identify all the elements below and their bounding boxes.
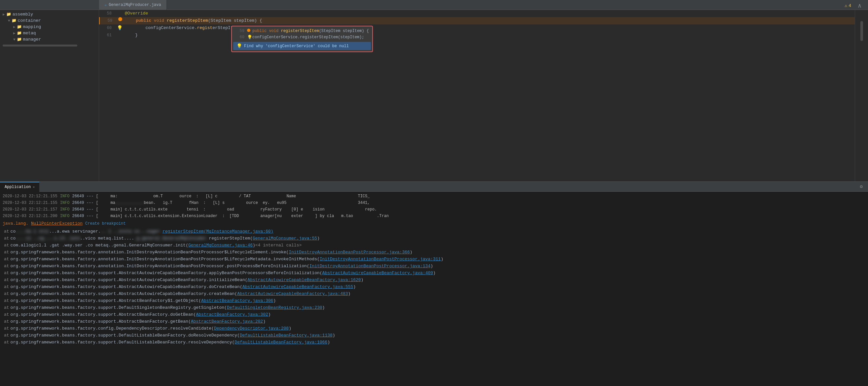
exception-type: java.lang. bbox=[3, 220, 28, 227]
line-gutter-59 bbox=[116, 17, 124, 21]
folder-icon: 📁 bbox=[17, 25, 22, 29]
stack-trace-line-10: at org.springframework.beans.factory.sup… bbox=[3, 290, 865, 297]
stack-class-14: org.springframework.beans.factory.suppor… bbox=[10, 318, 191, 325]
stack-trace-line-7: at org.springframework.beans.factory.sup… bbox=[3, 270, 865, 277]
at-prefix: at bbox=[4, 311, 9, 318]
tree-item-mapping[interactable]: ▶ 📁 mapping bbox=[0, 24, 99, 30]
expand-arrow-icon: ▼ bbox=[8, 19, 10, 23]
editor-tab[interactable]: ☕ GeneralMqProducer.java bbox=[99, 0, 167, 10]
stack-link-2[interactable]: GeneralMqConsumer.java:55 bbox=[253, 235, 317, 242]
editor-scrollbar-thumb[interactable] bbox=[860, 21, 863, 41]
at-prefix: at bbox=[4, 283, 9, 290]
stack-link-12[interactable]: DefaultSingletonBeanRegistry.java:230 bbox=[227, 304, 322, 311]
log-content-3: main] c.t.t.c.utils.exte tensi : oad ryF… bbox=[101, 206, 377, 213]
stack-class-blurred: co....ba l stic...a.ewa servi nager... l… bbox=[10, 228, 162, 235]
stack-trace-line-5: at org.springframework.beans.factory.ann… bbox=[3, 256, 865, 262]
at-prefix: at bbox=[4, 249, 9, 256]
at-prefix: at bbox=[4, 332, 9, 339]
stack-trace-line-4: at org.springframework.beans.factory.ann… bbox=[3, 249, 865, 256]
expand-arrow-icon: ▶ bbox=[13, 31, 16, 35]
tree-label: assembly bbox=[12, 12, 33, 17]
exception-class-name: NullPointerException bbox=[31, 220, 83, 227]
stack-trace-line-17: at org.springframework.beans.factory.sup… bbox=[3, 339, 865, 346]
log-level-3: INFO bbox=[60, 206, 70, 213]
at-prefix: at bbox=[4, 235, 9, 242]
stack-link-8[interactable]: AbstractAutowireCapableBeanFactory.java:… bbox=[247, 277, 361, 283]
stack-link-11[interactable]: AbstractBeanFactory.java:306 bbox=[201, 297, 273, 304]
console-tab-application[interactable]: Application ✕ bbox=[0, 182, 39, 192]
code-line-58: 58 @Override bbox=[99, 10, 855, 17]
stack-class-3: com.al logi cl .l .gat .way.ser .co meta… bbox=[10, 242, 188, 249]
log-pid-3: 26649 --- [ bbox=[72, 206, 98, 213]
line-gutter-60: 💡 bbox=[116, 25, 124, 32]
stack-class-5: org.springframework.beans.factory.annota… bbox=[10, 256, 320, 262]
stack-link-13[interactable]: AbstractBeanFactory.java:302 bbox=[196, 311, 268, 318]
tree-item-manager[interactable]: ▼ 📁 manager bbox=[0, 36, 99, 42]
stack-link-4[interactable]: InitDestroyAnnotationBeanPostProcessor.j… bbox=[289, 249, 410, 256]
at-prefix: at bbox=[4, 304, 9, 311]
console-tab-bar: Application ✕ ⚙ bbox=[0, 182, 868, 192]
at-prefix: at bbox=[4, 339, 9, 346]
at-prefix: at bbox=[4, 262, 9, 270]
null-check-tooltip: 59 public void registerStepItem(StepItem… bbox=[231, 26, 373, 52]
tree-item-assembly[interactable]: ▶ 📁 assembly bbox=[0, 11, 99, 17]
stack-trace-line-8: at org.springframework.beans.factory.sup… bbox=[3, 277, 865, 283]
close-tab-icon[interactable]: ✕ bbox=[33, 185, 35, 189]
log-line-4: 2020-12-03 22:12:21.200 INFO 26649 --- [… bbox=[3, 213, 865, 219]
stack-trace-line-2: at co....il ..og....s.l3..late..vico met… bbox=[3, 235, 865, 242]
code-editor[interactable]: 58 @Override 59 public void registerStep… bbox=[99, 10, 855, 181]
stack-class-13: org.springframework.beans.factory.suppor… bbox=[10, 311, 196, 318]
exception-header: java.lang.NullPointerException Create br… bbox=[3, 219, 865, 228]
stack-link-6[interactable]: InitDestroyAnnotationBeanPostProcessor.j… bbox=[309, 262, 431, 270]
log-pid-2: 26649 --- [ bbox=[72, 200, 98, 206]
log-line-2: 2020-12-03 22:12:21.155 INFO 26649 --- [… bbox=[3, 200, 865, 206]
suggestion-text: Find why 'configCenterService' could be … bbox=[244, 44, 349, 48]
stack-link-7[interactable]: AbstractAutowireCapableBeanFactory.java:… bbox=[322, 270, 433, 277]
tree-item-container[interactable]: ▼ 📁 container bbox=[0, 17, 99, 24]
stack-trace-line-12: at org.springframework.beans.factory.sup… bbox=[3, 304, 865, 311]
expand-arrow-icon: ▶ bbox=[3, 12, 5, 16]
null-suggestion-bar[interactable]: 💡 Find why 'configCenterService' could b… bbox=[233, 42, 371, 50]
gear-icon[interactable]: ⚙ bbox=[860, 184, 863, 189]
folder-icon: 📁 bbox=[17, 31, 22, 36]
stack-class-10: org.springframework.beans.factory.suppor… bbox=[10, 290, 238, 297]
code-line-61: 61 } bbox=[99, 32, 855, 39]
log-line-1: 2020-12-03 22:12:21.155 INFO 26649 --- [… bbox=[3, 193, 865, 200]
stack-class-9: org.springframework.beans.factory.suppor… bbox=[10, 283, 242, 290]
at-prefix: at bbox=[4, 256, 9, 262]
stack-link-16[interactable]: DefaultListableBeanFactory.java:1138 bbox=[240, 332, 333, 339]
stack-class-16: org.springframework.beans.factory.suppor… bbox=[10, 332, 240, 339]
stack-method-2: registerStepItem bbox=[209, 235, 250, 242]
at-prefix: at bbox=[4, 297, 9, 304]
create-breakpoint-link[interactable]: Create breakpoint bbox=[85, 220, 125, 227]
tree-item-metaq[interactable]: ▶ 📁 metaq bbox=[0, 30, 99, 36]
stack-trace-line-14: at org.springframework.beans.factory.sup… bbox=[3, 318, 865, 325]
settings-icon[interactable]: ∧ bbox=[858, 2, 861, 9]
stack-trace-line-13: at org.springframework.beans.factory.sup… bbox=[3, 311, 865, 318]
editor-scrollbar-panel bbox=[855, 10, 868, 181]
stack-link-9[interactable]: AbstractAutowireCapableBeanFactory.java:… bbox=[242, 283, 353, 290]
stack-class-17: org.springframework.beans.factory.suppor… bbox=[10, 339, 235, 346]
tree-label: manager bbox=[23, 37, 41, 42]
stack-link-5[interactable]: InitDestroyAnnotationBeanPostProcessor.j… bbox=[320, 256, 441, 262]
console-content: 2020-12-03 22:12:21.155 INFO 26649 --- [… bbox=[0, 192, 868, 386]
log-timestamp-1: 2020-12-03 22:12:21.155 bbox=[3, 193, 58, 200]
stack-link-3[interactable]: GeneralMqConsumer.java:46 bbox=[188, 242, 253, 249]
warning-triangle-icon: ⚠ bbox=[845, 3, 847, 8]
stack-class-8: org.springframework.beans.factory.suppor… bbox=[10, 277, 248, 283]
line-number-60: 60 bbox=[99, 25, 116, 32]
tooltip-line-60: 60 💡 configCenterService.registerStepIte… bbox=[233, 34, 371, 41]
stack-link-15[interactable]: DependencyDescriptor.java:208 bbox=[214, 325, 289, 332]
stack-link-17[interactable]: DefaultListableBeanFactory.java:1066 bbox=[235, 339, 327, 346]
code-line-60: 60 💡 configCenterService.registerStepIte… bbox=[99, 25, 855, 32]
line-number-58: 58 bbox=[99, 10, 116, 17]
breakpoint-icon bbox=[118, 17, 122, 21]
stack-class-12: org.springframework.beans.factory.suppor… bbox=[10, 304, 227, 311]
log-level-4: INFO bbox=[60, 213, 70, 219]
at-prefix: at bbox=[4, 270, 9, 277]
stack-link-10[interactable]: AbstractAutowireCapableBeanFactory.java:… bbox=[237, 290, 348, 297]
stack-link-1[interactable]: registerStepItem(MqInstanceManager.java:… bbox=[162, 228, 273, 235]
tab-bar: ☕ GeneralMqProducer.java ⚠ 4 ∧ bbox=[0, 0, 868, 10]
stack-link-14[interactable]: AbstractBeanFactory.java:202 bbox=[191, 318, 263, 325]
line-content-59: public void registerStepItem(StepItem st… bbox=[124, 17, 855, 25]
